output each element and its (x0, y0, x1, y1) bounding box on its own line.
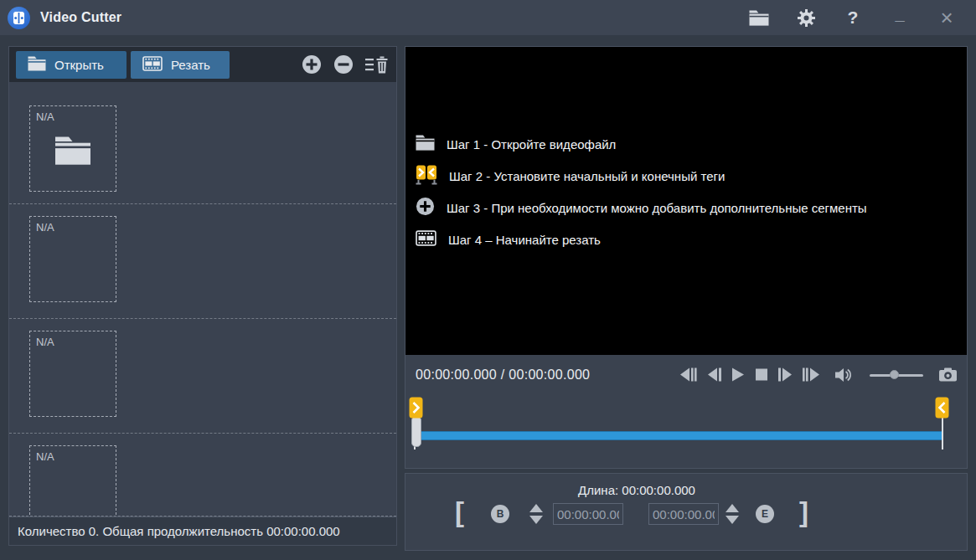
folder-icon (54, 136, 91, 168)
set-begin-button[interactable]: B (491, 505, 509, 523)
step-text: Шаг 3 - При необходимости можно добавить… (447, 201, 867, 215)
snapshot-camera-icon[interactable] (939, 367, 957, 382)
step-2-row: Шаг 2 - Установите начальный и конечный … (416, 166, 867, 187)
instruction-steps: Шаг 1 - Откройте видеофайл Шаг 2 - (416, 134, 867, 261)
status-bar: Количество 0. Общая продолжительность 00… (9, 516, 396, 545)
segment-label: N/A (36, 336, 54, 348)
segment-list: N/A N/A N/A N/A (9, 82, 396, 516)
titlebar: Video Cutter ? _ × (0, 0, 976, 35)
begin-time-field[interactable] (553, 503, 623, 525)
spin-down-icon[interactable] (529, 516, 543, 524)
minimize-button[interactable]: _ (889, 3, 911, 24)
stop-icon[interactable] (756, 367, 767, 382)
open-button-label: Открыть (54, 58, 104, 72)
add-segment-icon[interactable] (302, 54, 322, 74)
volume-icon[interactable] (835, 367, 854, 383)
help-button[interactable]: ? (842, 7, 864, 28)
segment-label: N/A (36, 450, 54, 463)
close-bracket: ] (799, 501, 808, 524)
segment-slot-2[interactable]: N/A (9, 204, 396, 319)
end-time-field[interactable] (648, 503, 719, 525)
step-3-row: Шаг 3 - При необходимости можно добавить… (416, 198, 867, 218)
spin-up-icon[interactable] (529, 504, 543, 512)
step-4-row: Шаг 4 – Начинайте резать (416, 229, 867, 250)
segment-label: N/A (36, 221, 54, 234)
folder-icon (416, 135, 435, 154)
player-panel: Шаг 1 - Откройте видеофайл Шаг 2 - (405, 46, 968, 469)
step-text: Шаг 4 – Начинайте резать (448, 233, 601, 247)
segments-panel: Открыть Резать (8, 46, 397, 546)
plus-icon (416, 197, 435, 219)
cut-button[interactable]: Резать (131, 51, 230, 79)
timeline[interactable] (405, 394, 967, 468)
segment-thumbnail-placeholder: N/A (29, 331, 116, 417)
folder-icon (28, 56, 46, 74)
step-text: Шаг 2 - Установите начальный и конечный … (449, 169, 725, 183)
length-label: Длина: 00:00:00.000 (405, 483, 967, 497)
begin-time-spinner[interactable] (529, 504, 543, 524)
step-forward-icon[interactable] (778, 367, 792, 382)
open-bracket: [ (455, 501, 464, 524)
close-button[interactable]: × (936, 7, 958, 28)
end-time-spinner[interactable] (726, 504, 739, 524)
segment-slot-3[interactable]: N/A (9, 319, 396, 434)
video-preview[interactable]: Шаг 1 - Откройте видеофайл Шаг 2 - (405, 47, 967, 355)
trim-controls: [ B E ] (405, 503, 967, 525)
time-display: 00:00:00.000 / 00:00:00.000 (416, 367, 590, 383)
step-1-row: Шаг 1 - Откройте видеофайл (416, 134, 867, 155)
clear-list-icon[interactable] (365, 56, 388, 74)
segment-label: N/A (36, 110, 54, 123)
step-text: Шаг 1 - Откройте видеофайл (447, 137, 616, 152)
open-file-icon[interactable] (748, 7, 770, 28)
cut-button-label: Резать (171, 58, 210, 72)
film-icon (416, 230, 436, 249)
begin-tag-icon[interactable] (409, 397, 423, 422)
segment-thumbnail-placeholder: N/A (29, 105, 116, 192)
end-tag-icon[interactable] (935, 397, 949, 422)
remove-segment-icon[interactable] (333, 54, 354, 74)
spin-down-icon[interactable] (726, 516, 739, 524)
settings-gear-icon[interactable] (795, 7, 817, 28)
playback-controls: 00:00:00.000 / 00:00:00.000 (405, 355, 967, 394)
volume-slider[interactable] (870, 370, 923, 380)
segment-slot-1[interactable]: N/A (9, 82, 396, 204)
next-keyframe-icon[interactable] (803, 367, 819, 382)
tags-icon (416, 165, 437, 188)
film-icon (142, 56, 163, 74)
segment-slot-4[interactable]: N/A (9, 434, 396, 516)
volume-thumb[interactable] (890, 370, 899, 379)
play-icon[interactable] (732, 367, 745, 382)
spin-up-icon[interactable] (726, 504, 739, 512)
prev-keyframe-icon[interactable] (680, 367, 697, 382)
end-marker-line (942, 418, 943, 450)
window-title: Video Cutter (40, 10, 121, 25)
step-back-icon[interactable] (708, 367, 721, 382)
segments-toolbar: Открыть Резать (9, 47, 396, 82)
trim-panel: Длина: 00:00:00.000 [ B E ] (405, 473, 968, 551)
timeline-track[interactable] (414, 431, 943, 440)
open-button[interactable]: Открыть (16, 51, 127, 79)
segment-thumbnail-placeholder: N/A (29, 216, 116, 302)
app-logo-icon (8, 7, 30, 29)
set-end-button[interactable]: E (756, 505, 774, 523)
segment-thumbnail-placeholder: N/A (29, 445, 116, 516)
